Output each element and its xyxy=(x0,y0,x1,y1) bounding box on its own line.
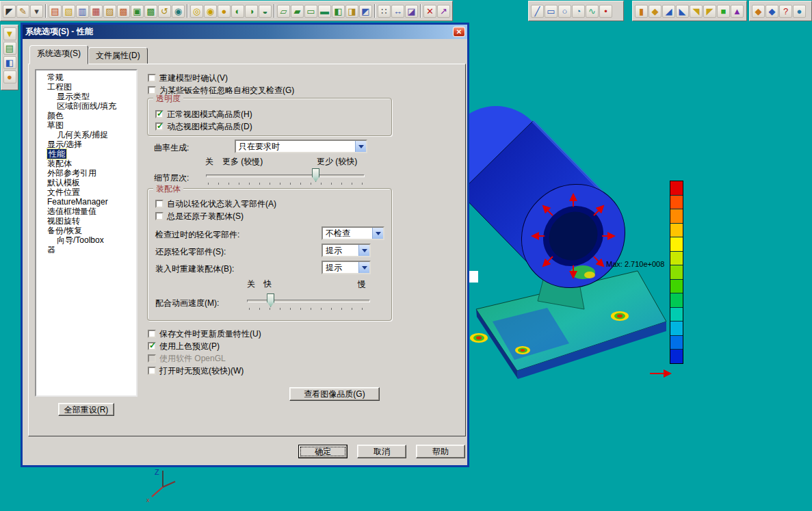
new-document-icon[interactable]: ▤ xyxy=(49,5,62,18)
checkbox-box[interactable] xyxy=(155,122,163,131)
extruded-boss-icon[interactable]: ▮ xyxy=(635,5,648,18)
tree-item-display-style[interactable]: 显示类型 xyxy=(36,92,136,101)
tree-item-spin-box-increments[interactable]: 选值框增量值 xyxy=(36,207,136,216)
simulation-icon[interactable]: ◆ xyxy=(752,5,765,18)
sketch-line-icon[interactable]: ╱ xyxy=(531,5,544,18)
dimension-icon[interactable]: ↔ xyxy=(391,5,404,18)
tree-item-view-rotation[interactable]: 视图旋转 xyxy=(36,216,136,226)
check-outdated-lightweight-combo[interactable]: 不检查 xyxy=(322,226,384,240)
zoom-to-area-icon[interactable]: ◉ xyxy=(204,5,217,18)
checkbox-box[interactable] xyxy=(155,110,163,118)
print-icon[interactable]: ▦ xyxy=(90,5,103,18)
help-icon[interactable]: ? xyxy=(779,5,792,18)
pan-view-icon[interactable]: ◑ xyxy=(245,5,258,18)
sketch-circle-icon[interactable]: ○ xyxy=(558,5,571,18)
tree-item-area-hatch-fill[interactable]: 区域剖面线/填充 xyxy=(36,101,136,111)
tab-document-properties[interactable]: 文件属性(D) xyxy=(88,47,148,64)
pattern-icon[interactable]: ▲ xyxy=(731,5,744,18)
fillet-icon[interactable]: ◥ xyxy=(690,5,703,18)
resolve-lightweight-combo[interactable]: 提示 xyxy=(322,244,371,257)
checkbox-sheet-metal-check[interactable]: 为某些钣金特征忽略自相交叉检查(G) xyxy=(148,86,294,95)
shell-icon[interactable]: ■ xyxy=(717,5,730,18)
slider-thumb[interactable] xyxy=(312,168,319,182)
tree-item-sketch[interactable]: 草图 xyxy=(36,120,136,130)
zoom-to-fit-icon[interactable]: ◎ xyxy=(190,5,203,18)
copy-icon[interactable]: ▣ xyxy=(131,5,144,18)
wireframe-icon[interactable]: ▱ xyxy=(277,5,290,18)
tree-item-assemblies[interactable]: 装配体 xyxy=(36,159,136,168)
checkbox-auto-lightweight[interactable]: 自动以轻化状态装入零部件(A) xyxy=(155,199,276,209)
checkbox-no-preview-open[interactable]: 打开时无预览(较快)(W) xyxy=(148,366,244,376)
section-view-icon[interactable]: ◧ xyxy=(332,5,345,18)
previous-view-icon[interactable]: ◒ xyxy=(259,5,272,18)
tree-item-display-selection[interactable]: 显示/选择 xyxy=(36,140,136,149)
reset-all-button[interactable]: 全部重设(R) xyxy=(58,403,114,416)
close-button[interactable]: ✕ xyxy=(453,27,465,37)
display-pane-icon[interactable]: ▤ xyxy=(3,42,16,55)
checkbox-box[interactable] xyxy=(155,212,163,220)
tree-item-relations-snaps[interactable]: 几何关系/捕捉 xyxy=(36,130,136,140)
checkbox-update-mass-props[interactable]: 保存文件时更新质量特性(U) xyxy=(148,329,261,339)
sketch-arc-icon[interactable]: ◔ xyxy=(572,5,585,18)
checkbox-box[interactable] xyxy=(148,86,156,94)
extruded-cut-icon[interactable]: ◢ xyxy=(662,5,675,18)
tree-item-performance[interactable]: 性能 xyxy=(36,149,136,159)
sketch-rectangle-icon[interactable]: ▭ xyxy=(545,5,558,18)
combo-dropdown-icon[interactable] xyxy=(372,228,383,239)
revolved-cut-icon[interactable]: ◣ xyxy=(676,5,689,18)
paste-icon[interactable]: ▩ xyxy=(144,5,157,18)
perspective-icon[interactable]: ◨ xyxy=(345,5,358,18)
tree-item-drawings[interactable]: 工程图 xyxy=(36,82,136,92)
filter-icon[interactable]: ▼ xyxy=(3,27,16,40)
mate-animation-speed-slider[interactable] xyxy=(247,293,370,310)
zoom-in-out-icon[interactable]: ● xyxy=(218,5,231,18)
grid-icon[interactable]: ∷ xyxy=(378,5,391,18)
select-arrow-icon[interactable]: ◤ xyxy=(3,5,16,18)
tree-item-backup-recover[interactable]: 备份/恢复 xyxy=(36,226,136,235)
checkbox-box[interactable] xyxy=(148,74,156,82)
rebuild-on-load-combo[interactable]: 提示 xyxy=(322,261,371,274)
combo-dropdown-icon[interactable] xyxy=(358,262,369,273)
cut-icon[interactable]: ▩ xyxy=(117,5,130,18)
measure-tool-icon[interactable]: ↗ xyxy=(437,5,450,18)
cancel-button[interactable]: 取消 xyxy=(357,445,406,458)
print-preview-icon[interactable]: ▨ xyxy=(103,5,116,18)
curvature-generation-combo[interactable]: 只在要求时 xyxy=(235,140,367,153)
ok-button[interactable]: 确定 xyxy=(298,445,348,458)
combo-dropdown-icon[interactable] xyxy=(355,141,366,152)
options-icon[interactable]: ● xyxy=(793,5,806,18)
undo-icon[interactable]: ↺ xyxy=(158,5,171,18)
checkbox-box[interactable] xyxy=(148,342,156,350)
sketch-icon[interactable]: ✎ xyxy=(16,5,29,18)
help-button[interactable]: 帮助 xyxy=(416,445,465,458)
tree-item-colors[interactable]: 颜色 xyxy=(36,111,136,120)
tab-system-options[interactable]: 系统选项(S) xyxy=(29,45,88,64)
tree-item-file-locations[interactable]: 文件位置 xyxy=(36,187,136,197)
checkbox-always-resolve-sub[interactable]: 总是还原子装配体(S) xyxy=(155,211,244,221)
tree-item-external-references[interactable]: 外部参考引用 xyxy=(36,168,136,178)
rotate-view-icon[interactable]: ◐ xyxy=(231,5,244,18)
revolved-boss-icon[interactable]: ◆ xyxy=(649,5,662,18)
sketch-point-icon[interactable]: • xyxy=(599,5,612,18)
checkbox-dynamic-view-hq[interactable]: 动态视图模式高品质(D) xyxy=(155,122,252,131)
combo-dropdown-icon[interactable] xyxy=(358,245,369,256)
checkbox-box[interactable] xyxy=(155,200,163,208)
dialog-titlebar[interactable]: 系统选项(S) - 性能 xyxy=(23,25,467,39)
toolbox-icon[interactable]: ◆ xyxy=(765,5,778,18)
rebuild-icon[interactable]: ◉ xyxy=(172,5,185,18)
tree-item-featuremanager[interactable]: FeatureManager xyxy=(36,197,136,207)
tree-item-default-templates[interactable]: 默认模板 xyxy=(36,178,136,187)
checkbox-normal-view-hq[interactable]: 正常视图模式高品质(H) xyxy=(155,109,252,119)
checkbox-shaded-preview[interactable]: 使用上色预览(P) xyxy=(148,341,220,351)
view-image-quality-button[interactable]: 查看图像品质(G) xyxy=(289,387,380,401)
sketch-flyout-arrow-icon[interactable]: ▾ xyxy=(30,5,43,18)
checkbox-box[interactable] xyxy=(148,330,156,338)
checkbox-confirm-rebuild[interactable]: 重建模型时确认(V) xyxy=(148,73,228,83)
save-icon[interactable]: ▥ xyxy=(76,5,89,18)
chamfer-icon[interactable]: ◤ xyxy=(703,5,716,18)
detail-level-slider[interactable] xyxy=(206,168,365,185)
hidden-lines-removed-icon[interactable]: ▭ xyxy=(304,5,317,18)
slider-thumb[interactable] xyxy=(267,293,274,307)
tree-item-file-explorer[interactable]: 器 xyxy=(36,245,136,254)
annotation-icon[interactable]: ◪ xyxy=(405,5,418,18)
